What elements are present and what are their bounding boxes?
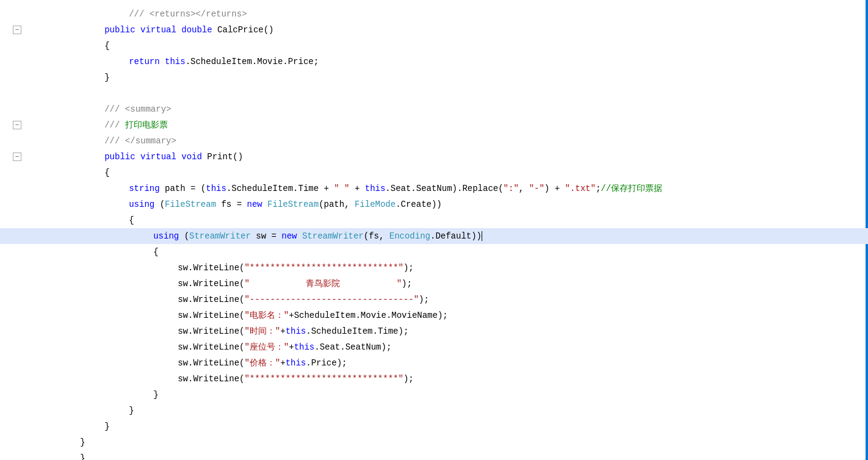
collapse-icon[interactable]: − bbox=[13, 26, 21, 34]
gutter: − bbox=[0, 26, 37, 34]
collapse-icon[interactable]: − bbox=[13, 121, 21, 129]
brace-close: } bbox=[104, 73, 109, 82]
code-area: /// <returns></returns> − public virtual… bbox=[0, 0, 868, 460]
code-line: } bbox=[0, 450, 868, 460]
collapse-icon[interactable]: − bbox=[13, 153, 21, 161]
gutter: − bbox=[0, 121, 37, 129]
gutter: − bbox=[0, 153, 37, 161]
code-editor: /// <returns></returns> − public virtual… bbox=[0, 0, 868, 460]
brace-close: } bbox=[80, 453, 85, 460]
line-content: } bbox=[37, 444, 868, 460]
code-line: } bbox=[0, 70, 868, 85]
